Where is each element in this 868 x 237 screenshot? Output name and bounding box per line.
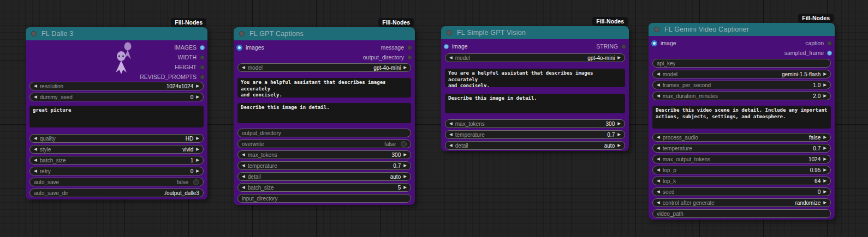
right-arrow-icon[interactable]: ▶	[403, 174, 407, 179]
right-arrow-icon[interactable]: ▶	[823, 200, 827, 205]
output-directory-output-port[interactable]	[407, 55, 412, 60]
left-arrow-icon[interactable]: ◀	[657, 146, 660, 150]
widget-max-output-tokens[interactable]: ◀max_output_tokens1024▶	[652, 155, 831, 163]
right-arrow-icon[interactable]: ▶	[196, 158, 199, 162]
widget-top-p[interactable]: ◀top_p0.95▶	[652, 166, 831, 174]
left-arrow-icon[interactable]: ◀	[657, 190, 660, 194]
right-arrow-icon[interactable]: ▶	[823, 135, 827, 139]
right-arrow-icon[interactable]: ▶	[823, 157, 827, 161]
left-arrow-icon[interactable]: ◀	[34, 147, 37, 151]
left-arrow-icon[interactable]: ◀	[657, 94, 660, 98]
image-input-port[interactable]	[444, 44, 449, 49]
image-input-port[interactable]	[651, 40, 657, 46]
message-output-port[interactable]	[407, 45, 412, 50]
left-arrow-icon[interactable]: ◀	[657, 179, 660, 183]
widget-resolution[interactable]: ◀resolution1024x1024▶	[29, 82, 204, 90]
node-header[interactable]: FL GPT Captions	[234, 27, 415, 40]
widget-retry[interactable]: ◀retry0▶	[29, 167, 204, 175]
right-arrow-icon[interactable]: ▶	[617, 56, 621, 60]
images-input-port[interactable]	[236, 45, 242, 51]
widget-max-tokens[interactable]: ◀max_tokens300▶	[445, 119, 625, 128]
widget-max-tokens[interactable]: ◀max_tokens300▶	[237, 150, 411, 159]
left-arrow-icon[interactable]: ◀	[34, 95, 37, 99]
right-arrow-icon[interactable]: ▶	[823, 72, 827, 76]
left-arrow-icon[interactable]: ◀	[657, 83, 660, 87]
widget-batch-size[interactable]: ◀batch_size1▶	[29, 156, 204, 165]
right-arrow-icon[interactable]: ▶	[196, 84, 199, 88]
right-arrow-icon[interactable]: ▶	[196, 169, 199, 173]
left-arrow-icon[interactable]: ◀	[242, 163, 245, 168]
collapse-dot-icon[interactable]	[31, 31, 37, 37]
left-arrow-icon[interactable]: ◀	[34, 84, 37, 88]
prompt-textarea[interactable]: great picture	[29, 106, 204, 127]
system-prompt-textarea[interactable]: You are a helpful assistant that describ…	[445, 69, 625, 87]
widget-output-directory[interactable]: output_directory	[237, 129, 411, 137]
right-arrow-icon[interactable]: ▶	[617, 143, 621, 148]
widget-dummy-seed[interactable]: ◀dummy_seed0▶	[29, 93, 204, 101]
height-output-port[interactable]	[200, 65, 205, 70]
widget-model[interactable]: ◀modelgpt-4o-mini▶	[237, 63, 411, 72]
width-output-port[interactable]	[200, 55, 205, 60]
left-arrow-icon[interactable]: ◀	[657, 157, 660, 161]
left-arrow-icon[interactable]: ◀	[242, 185, 245, 190]
widget-input-directory[interactable]: input_directory	[237, 194, 411, 203]
widget-max-duration-minutes[interactable]: ◀max_duration_minutes2.0▶	[652, 92, 831, 100]
right-arrow-icon[interactable]: ▶	[823, 83, 827, 87]
images-output-port[interactable]	[200, 45, 205, 50]
widget-temperature[interactable]: ◀temperature0.7▶	[237, 161, 411, 170]
widget-top-k[interactable]: ◀top_k64▶	[652, 177, 831, 185]
widget-overwrite[interactable]: overwritefalse	[237, 139, 411, 148]
right-arrow-icon[interactable]: ▶	[617, 121, 621, 126]
right-arrow-icon[interactable]: ▶	[403, 65, 407, 70]
left-arrow-icon[interactable]: ◀	[657, 168, 660, 172]
left-arrow-icon[interactable]: ◀	[242, 174, 245, 179]
right-arrow-icon[interactable]: ▶	[823, 146, 827, 150]
widget-seed[interactable]: ◀seed0▶	[652, 187, 831, 196]
left-arrow-icon[interactable]: ◀	[657, 72, 660, 76]
right-arrow-icon[interactable]: ▶	[617, 132, 621, 137]
widget-quality[interactable]: ◀qualityHD▶	[29, 134, 204, 143]
left-arrow-icon[interactable]: ◀	[34, 136, 37, 141]
node-header[interactable]: FL Simple GPT Vision	[441, 26, 629, 39]
widget-model[interactable]: ◀modelgpt-4o-mini▶	[445, 53, 625, 62]
left-arrow-icon[interactable]: ◀	[34, 158, 37, 162]
right-arrow-icon[interactable]: ▶	[196, 147, 199, 151]
left-arrow-icon[interactable]: ◀	[242, 153, 245, 157]
node-graph-canvas[interactable]: Fill-NodesFL Dalle 3IMAGESWIDTHHEIGHTREV…	[0, 0, 868, 237]
left-arrow-icon[interactable]: ◀	[657, 200, 660, 205]
user-prompt-textarea[interactable]: Describe this image in detail.	[237, 103, 411, 123]
system-prompt-textarea[interactable]: You are a helpful assistant that describ…	[237, 78, 411, 98]
prompt-textarea[interactable]: Describe this video scene in detail. Inc…	[652, 106, 831, 129]
collapse-dot-icon[interactable]	[239, 31, 245, 37]
right-arrow-icon[interactable]: ▶	[823, 94, 827, 98]
widget-process-audio[interactable]: ◀process_audiofalse▶	[652, 133, 831, 142]
left-arrow-icon[interactable]: ◀	[657, 135, 660, 139]
user-prompt-textarea[interactable]: Describe this image in detail.	[445, 94, 625, 113]
toggle-knob-icon[interactable]	[401, 141, 407, 147]
collapse-dot-icon[interactable]	[447, 30, 452, 35]
caption-output-port[interactable]	[827, 41, 832, 46]
right-arrow-icon[interactable]: ▶	[823, 190, 827, 194]
widget-api-key[interactable]: api_key	[652, 59, 831, 68]
left-arrow-icon[interactable]: ◀	[449, 56, 453, 60]
collapse-dot-icon[interactable]	[654, 27, 659, 32]
widget-control-after-generate[interactable]: ◀control after generaterandomize▶	[652, 198, 831, 207]
sampled-frame-output-port[interactable]	[827, 51, 832, 56]
right-arrow-icon[interactable]: ▶	[823, 168, 827, 172]
widget-video-path[interactable]: video_path	[652, 209, 831, 218]
widget-detail[interactable]: ◀detailauto▶	[237, 172, 411, 181]
node-header[interactable]: FL Dalle 3	[26, 27, 207, 40]
widget-auto-save-dir[interactable]: auto_save_dir./output_dalle3	[29, 189, 204, 197]
right-arrow-icon[interactable]: ▶	[196, 95, 199, 99]
widget-detail[interactable]: ◀detailauto▶	[445, 141, 625, 150]
widget-auto-save[interactable]: auto_savefalse	[29, 178, 204, 186]
left-arrow-icon[interactable]: ◀	[34, 169, 37, 173]
string-output-port[interactable]	[621, 44, 626, 49]
toggle-knob-icon[interactable]	[193, 179, 199, 185]
left-arrow-icon[interactable]: ◀	[449, 132, 453, 137]
widget-frames-per-second[interactable]: ◀frames_per_second1.0▶	[652, 81, 831, 89]
left-arrow-icon[interactable]: ◀	[242, 65, 245, 70]
right-arrow-icon[interactable]: ▶	[403, 153, 407, 157]
revised-prompts-output-port[interactable]	[200, 75, 205, 80]
right-arrow-icon[interactable]: ▶	[403, 185, 407, 190]
